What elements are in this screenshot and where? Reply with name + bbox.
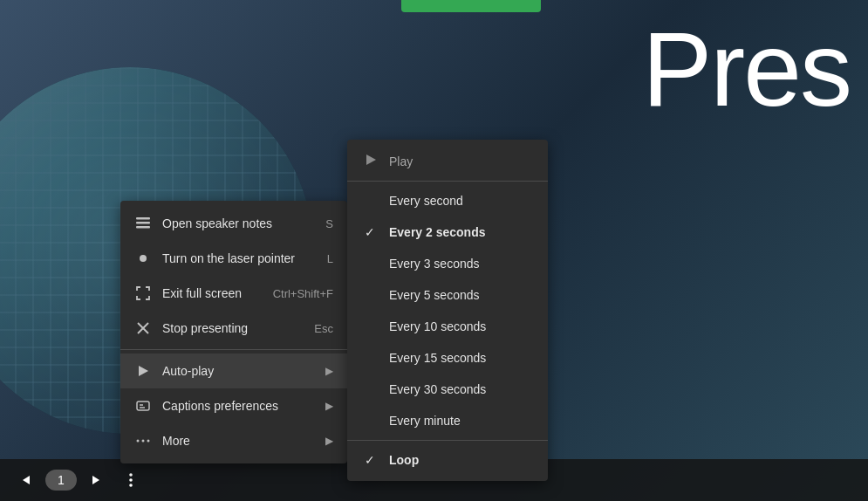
auto-play-submenu: Play Every second ✓ Every 2 seconds Ever…: [347, 140, 548, 481]
svg-marker-14: [23, 476, 30, 484]
submenu-label-every-second: Every second: [389, 194, 463, 208]
submenu-play-label: Play: [389, 154, 413, 168]
slide-number: 1: [45, 470, 77, 491]
submenu-label-loop: Loop: [389, 453, 419, 467]
svg-point-10: [137, 440, 140, 443]
submenu-item-every-second[interactable]: Every second: [347, 185, 548, 216]
next-slide-button[interactable]: [80, 464, 112, 496]
lines-icon: [134, 215, 152, 232]
svg-marker-15: [92, 476, 99, 484]
submenu-item-loop[interactable]: ✓ Loop: [347, 444, 548, 476]
menu-label-laser-pointer: Turn on the laser pointer: [162, 251, 317, 265]
every-15-seconds-check: [365, 351, 380, 365]
menu-item-open-speaker-notes[interactable]: Open speaker notes S: [120, 206, 347, 241]
svg-point-17: [129, 478, 133, 482]
submenu-item-every-3-seconds[interactable]: Every 3 seconds: [347, 248, 548, 279]
submenu-item-every-2-seconds[interactable]: ✓ Every 2 seconds: [347, 216, 548, 248]
submenu-item-every-5-seconds[interactable]: Every 5 seconds: [347, 279, 548, 311]
more-options-button[interactable]: [115, 464, 147, 496]
svg-rect-0: [136, 217, 150, 220]
menu-shortcut-open-speaker-notes: S: [325, 217, 333, 230]
svg-rect-2: [136, 226, 150, 229]
context-menu: Open speaker notes S Turn on the laser p…: [120, 201, 347, 463]
submenu-label-every-10-seconds: Every 10 seconds: [389, 319, 486, 333]
submenu-item-every-minute[interactable]: Every minute: [347, 405, 548, 436]
submenu-label-every-3-seconds: Every 3 seconds: [389, 257, 480, 271]
submenu-divider-2: [347, 440, 548, 441]
svg-point-18: [129, 484, 133, 487]
menu-item-auto-play[interactable]: Auto-play ▶: [120, 353, 347, 388]
fullscreen-icon: [134, 285, 152, 302]
dot-icon: [134, 250, 152, 267]
presentation-title-partial: Pres: [625, 0, 868, 138]
x-icon: [134, 319, 152, 337]
svg-rect-1: [136, 222, 150, 224]
submenu-label-every-5-seconds: Every 5 seconds: [389, 288, 480, 302]
menu-arrow-more: ▶: [325, 435, 333, 447]
prev-slide-button[interactable]: [10, 464, 42, 496]
captions-icon: [134, 397, 152, 415]
menu-item-captions-preferences[interactable]: Captions preferences ▶: [120, 388, 347, 423]
submenu-item-every-15-seconds[interactable]: Every 15 seconds: [347, 342, 548, 374]
every-second-check: [365, 194, 380, 208]
menu-shortcut-exit-fullscreen: Ctrl+Shift+F: [273, 287, 333, 300]
menu-divider-1: [120, 349, 347, 350]
loop-check: ✓: [365, 453, 380, 467]
every-3-seconds-check: [365, 257, 380, 271]
every-2-seconds-check: ✓: [365, 225, 380, 239]
menu-arrow-auto-play: ▶: [325, 365, 333, 377]
every-30-seconds-check: [365, 382, 380, 396]
submenu-item-play[interactable]: Play: [347, 145, 548, 177]
play-check-space: [365, 154, 380, 168]
menu-shortcut-laser-pointer: L: [327, 252, 333, 265]
submenu-item-every-30-seconds[interactable]: Every 30 seconds: [347, 374, 548, 405]
submenu-label-every-2-seconds: Every 2 seconds: [389, 225, 486, 239]
svg-point-16: [129, 473, 133, 477]
submenu-divider-1: [347, 181, 548, 182]
svg-point-3: [140, 255, 147, 262]
svg-marker-6: [139, 366, 148, 376]
menu-item-more[interactable]: More ▶: [120, 423, 347, 458]
green-accent-bar: [401, 0, 541, 12]
svg-point-11: [142, 440, 145, 443]
menu-shortcut-stop-presenting: Esc: [314, 322, 333, 335]
menu-item-stop-presenting[interactable]: Stop presenting Esc: [120, 311, 347, 346]
menu-label-more: More: [162, 434, 315, 448]
every-minute-check: [365, 414, 380, 428]
menu-label-auto-play: Auto-play: [162, 364, 315, 378]
menu-label-stop-presenting: Stop presenting: [162, 321, 304, 335]
menu-label-exit-fullscreen: Exit full screen: [162, 286, 263, 300]
svg-rect-7: [137, 401, 149, 410]
svg-marker-13: [366, 154, 376, 165]
menu-item-exit-fullscreen[interactable]: Exit full screen Ctrl+Shift+F: [120, 276, 347, 311]
every-5-seconds-check: [365, 288, 380, 302]
submenu-label-every-15-seconds: Every 15 seconds: [389, 351, 486, 365]
play-icon: [134, 362, 152, 380]
every-10-seconds-check: [365, 319, 380, 333]
menu-arrow-captions-preferences: ▶: [325, 400, 333, 412]
menu-label-open-speaker-notes: Open speaker notes: [162, 216, 315, 230]
submenu-label-every-30-seconds: Every 30 seconds: [389, 382, 486, 396]
submenu-item-every-10-seconds[interactable]: Every 10 seconds: [347, 311, 548, 342]
menu-label-captions-preferences: Captions preferences: [162, 399, 315, 413]
more-dots-icon: [134, 432, 152, 450]
submenu-label-every-minute: Every minute: [389, 414, 461, 428]
svg-point-12: [147, 440, 150, 443]
menu-item-laser-pointer[interactable]: Turn on the laser pointer L: [120, 241, 347, 276]
